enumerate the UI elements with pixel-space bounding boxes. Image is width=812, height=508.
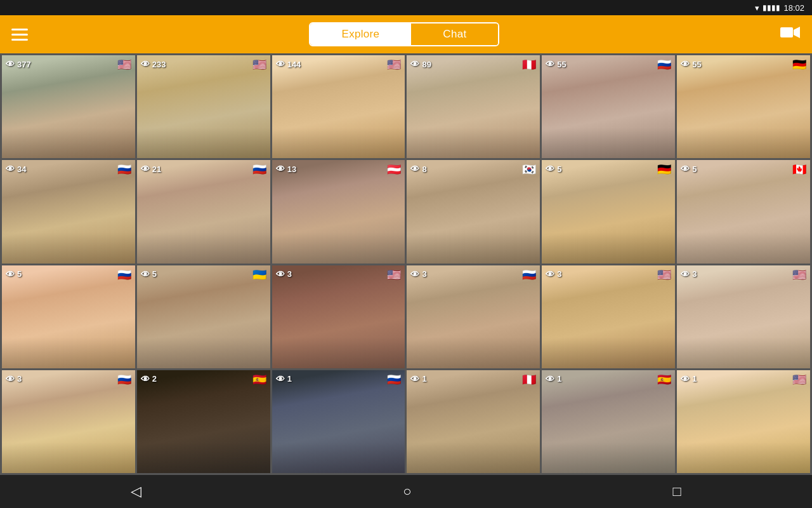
grid-user-item[interactable]: 👁5🇩🇪 — [542, 160, 675, 263]
view-number: 1 — [287, 374, 292, 384]
card-overlay: 👁5🇷🇺 — [2, 265, 135, 283]
grid-user-item[interactable]: 👁3🇺🇸 — [272, 265, 405, 368]
svg-rect-0 — [780, 27, 793, 37]
eye-icon: 👁 — [276, 59, 285, 69]
view-number: 55 — [692, 60, 701, 69]
country-flag: 🇨🇦 — [792, 164, 806, 175]
view-number: 89 — [422, 60, 431, 69]
card-overlay: 👁3🇺🇸 — [272, 265, 405, 283]
view-count: 👁1 — [681, 374, 697, 384]
eye-icon: 👁 — [546, 59, 554, 69]
grid-user-item[interactable]: 👁1🇷🇺 — [272, 370, 405, 473]
tab-chat[interactable]: Chat — [411, 23, 498, 45]
menu-button[interactable] — [11, 29, 28, 41]
bottom-navigation: ◁ ○ □ — [0, 475, 812, 508]
view-count: 👁55 — [546, 59, 566, 69]
view-count: 👁21 — [141, 164, 161, 174]
card-overlay: 👁144🇺🇸 — [272, 55, 405, 73]
view-count: 👁5 — [681, 164, 697, 174]
country-flag: 🇪🇸 — [657, 374, 671, 385]
country-flag: 🇩🇪 — [792, 59, 806, 70]
country-flag: 🇺🇸 — [657, 269, 671, 281]
wifi-icon: ▾ — [755, 3, 759, 13]
eye-icon: 👁 — [681, 164, 690, 174]
card-overlay: 👁2🇪🇸 — [137, 370, 270, 388]
country-flag: 🇺🇸 — [387, 59, 401, 70]
grid-user-item[interactable]: 👁3🇺🇸 — [542, 265, 675, 368]
eye-icon: 👁 — [141, 164, 150, 174]
view-number: 2 — [152, 374, 157, 384]
view-count: 👁55 — [681, 59, 701, 69]
eye-icon: 👁 — [410, 374, 419, 384]
grid-user-item[interactable]: 👁233🇺🇸 — [137, 55, 270, 158]
grid-user-item[interactable]: 👁3🇷🇺 — [407, 265, 540, 368]
card-overlay: 👁5🇺🇦 — [137, 265, 270, 283]
eye-icon: 👁 — [6, 269, 15, 279]
view-count: 👁3 — [410, 269, 426, 279]
card-overlay: 👁1🇺🇸 — [677, 370, 810, 388]
grid-user-item[interactable]: 👁5🇷🇺 — [2, 265, 135, 368]
eye-icon: 👁 — [546, 164, 554, 174]
eye-icon: 👁 — [276, 374, 285, 384]
country-flag: 🇷🇺 — [252, 164, 266, 175]
view-number: 1 — [692, 374, 697, 384]
view-number: 1 — [557, 374, 561, 384]
grid-user-item[interactable]: 👁5🇺🇦 — [137, 265, 270, 368]
grid-user-item[interactable]: 👁5🇨🇦 — [677, 160, 810, 263]
view-number: 3 — [692, 269, 697, 279]
grid-user-item[interactable]: 👁34🇷🇺 — [2, 160, 135, 263]
back-button[interactable]: ◁ — [112, 478, 160, 505]
view-count: 👁1 — [276, 374, 292, 384]
grid-user-item[interactable]: 👁21🇷🇺 — [137, 160, 270, 263]
grid-user-item[interactable]: 👁3🇺🇸 — [677, 265, 810, 368]
view-count: 👁1 — [546, 374, 561, 384]
country-flag: 🇪🇸 — [252, 374, 266, 385]
card-overlay: 👁3🇺🇸 — [677, 265, 810, 283]
card-overlay: 👁1🇵🇪 — [407, 370, 540, 388]
grid-user-item[interactable]: 👁1🇪🇸 — [542, 370, 675, 473]
view-number: 3 — [287, 269, 292, 279]
country-flag: 🇷🇺 — [117, 164, 131, 175]
view-count: 👁3 — [6, 374, 22, 384]
grid-user-item[interactable]: 👁2🇪🇸 — [137, 370, 270, 473]
tab-explore[interactable]: Explore — [310, 23, 412, 45]
battery-icon: ▮▮▮▮ — [763, 3, 780, 12]
grid-user-item[interactable]: 👁3🇷🇺 — [2, 370, 135, 473]
card-overlay: 👁377🇺🇸 — [2, 55, 135, 73]
view-count: 👁2 — [141, 374, 157, 384]
recent-apps-button[interactable]: □ — [654, 478, 700, 505]
country-flag: 🇦🇹 — [387, 164, 401, 175]
card-overlay: 👁13🇦🇹 — [272, 160, 405, 178]
country-flag: 🇺🇸 — [387, 269, 401, 281]
video-call-button[interactable] — [780, 25, 801, 43]
card-overlay: 👁5🇩🇪 — [542, 160, 675, 178]
grid-user-item[interactable]: 👁1🇵🇪 — [407, 370, 540, 473]
grid-user-item[interactable]: 👁89🇵🇪 — [407, 55, 540, 158]
card-overlay: 👁1🇷🇺 — [272, 370, 405, 388]
grid-user-item[interactable]: 👁8🇰🇷 — [407, 160, 540, 263]
country-flag: 🇺🇸 — [117, 59, 131, 70]
eye-icon: 👁 — [141, 269, 150, 279]
view-number: 13 — [287, 164, 296, 174]
country-flag: 🇷🇺 — [117, 269, 131, 281]
view-number: 3 — [17, 374, 22, 384]
grid-user-item[interactable]: 👁1🇺🇸 — [677, 370, 810, 473]
home-button[interactable]: ○ — [384, 478, 430, 505]
view-number: 21 — [152, 164, 161, 174]
view-count: 👁377 — [6, 59, 31, 69]
grid-user-item[interactable]: 👁55🇩🇪 — [677, 55, 810, 158]
grid-user-item[interactable]: 👁144🇺🇸 — [272, 55, 405, 158]
view-count: 👁3 — [276, 269, 292, 279]
eye-icon: 👁 — [410, 59, 419, 69]
eye-icon: 👁 — [410, 269, 419, 279]
svg-marker-1 — [794, 27, 800, 38]
view-number: 5 — [692, 164, 697, 174]
card-overlay: 👁3🇷🇺 — [2, 370, 135, 388]
grid-user-item[interactable]: 👁55🇷🇺 — [542, 55, 675, 158]
view-number: 8 — [422, 164, 426, 174]
grid-user-item[interactable]: 👁13🇦🇹 — [272, 160, 405, 263]
view-number: 55 — [557, 60, 566, 69]
grid-user-item[interactable]: 👁377🇺🇸 — [2, 55, 135, 158]
card-overlay: 👁3🇷🇺 — [407, 265, 540, 283]
eye-icon: 👁 — [141, 374, 150, 384]
